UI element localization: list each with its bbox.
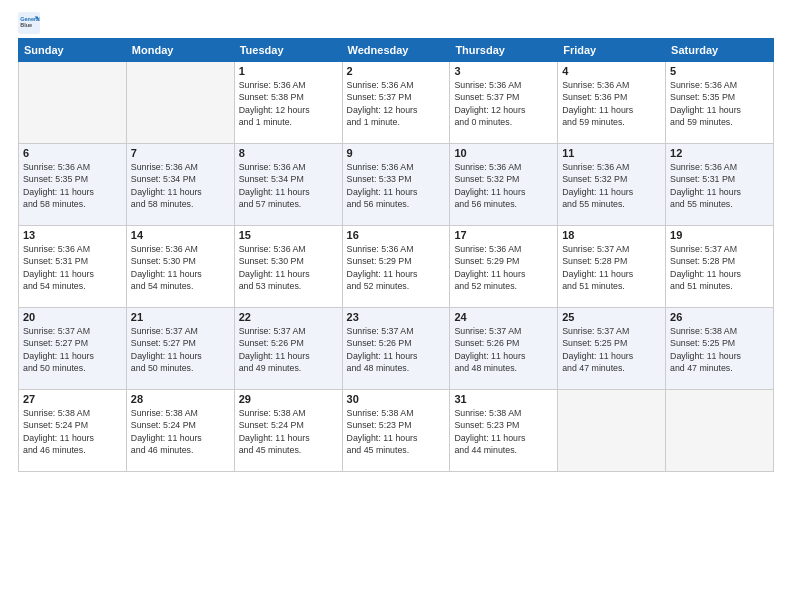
day-number: 8 bbox=[239, 147, 338, 159]
day-number: 28 bbox=[131, 393, 230, 405]
calendar-cell: 27Sunrise: 5:38 AM Sunset: 5:24 PM Dayli… bbox=[19, 390, 127, 472]
calendar-cell: 8Sunrise: 5:36 AM Sunset: 5:34 PM Daylig… bbox=[234, 144, 342, 226]
calendar-cell: 29Sunrise: 5:38 AM Sunset: 5:24 PM Dayli… bbox=[234, 390, 342, 472]
day-number: 11 bbox=[562, 147, 661, 159]
day-info: Sunrise: 5:37 AM Sunset: 5:28 PM Dayligh… bbox=[562, 243, 661, 292]
weekday-header-tuesday: Tuesday bbox=[234, 39, 342, 62]
weekday-header-thursday: Thursday bbox=[450, 39, 558, 62]
calendar-week-4: 20Sunrise: 5:37 AM Sunset: 5:27 PM Dayli… bbox=[19, 308, 774, 390]
day-number: 12 bbox=[670, 147, 769, 159]
day-number: 21 bbox=[131, 311, 230, 323]
day-number: 26 bbox=[670, 311, 769, 323]
calendar-cell: 2Sunrise: 5:36 AM Sunset: 5:37 PM Daylig… bbox=[342, 62, 450, 144]
calendar-cell bbox=[666, 390, 774, 472]
day-number: 24 bbox=[454, 311, 553, 323]
calendar-cell: 4Sunrise: 5:36 AM Sunset: 5:36 PM Daylig… bbox=[558, 62, 666, 144]
day-number: 29 bbox=[239, 393, 338, 405]
calendar-cell: 3Sunrise: 5:36 AM Sunset: 5:37 PM Daylig… bbox=[450, 62, 558, 144]
calendar-cell bbox=[19, 62, 127, 144]
page: General Blue SundayMondayTuesdayWednesda… bbox=[0, 0, 792, 482]
calendar-cell: 11Sunrise: 5:36 AM Sunset: 5:32 PM Dayli… bbox=[558, 144, 666, 226]
weekday-header-friday: Friday bbox=[558, 39, 666, 62]
day-number: 19 bbox=[670, 229, 769, 241]
day-info: Sunrise: 5:37 AM Sunset: 5:26 PM Dayligh… bbox=[454, 325, 553, 374]
calendar-cell: 28Sunrise: 5:38 AM Sunset: 5:24 PM Dayli… bbox=[126, 390, 234, 472]
calendar-cell: 7Sunrise: 5:36 AM Sunset: 5:34 PM Daylig… bbox=[126, 144, 234, 226]
day-number: 15 bbox=[239, 229, 338, 241]
day-info: Sunrise: 5:36 AM Sunset: 5:31 PM Dayligh… bbox=[23, 243, 122, 292]
day-info: Sunrise: 5:37 AM Sunset: 5:27 PM Dayligh… bbox=[23, 325, 122, 374]
calendar-cell: 21Sunrise: 5:37 AM Sunset: 5:27 PM Dayli… bbox=[126, 308, 234, 390]
day-number: 20 bbox=[23, 311, 122, 323]
calendar-cell: 25Sunrise: 5:37 AM Sunset: 5:25 PM Dayli… bbox=[558, 308, 666, 390]
day-number: 6 bbox=[23, 147, 122, 159]
day-info: Sunrise: 5:36 AM Sunset: 5:34 PM Dayligh… bbox=[239, 161, 338, 210]
weekday-header-sunday: Sunday bbox=[19, 39, 127, 62]
day-number: 14 bbox=[131, 229, 230, 241]
day-number: 10 bbox=[454, 147, 553, 159]
day-info: Sunrise: 5:37 AM Sunset: 5:27 PM Dayligh… bbox=[131, 325, 230, 374]
calendar-cell: 26Sunrise: 5:38 AM Sunset: 5:25 PM Dayli… bbox=[666, 308, 774, 390]
day-number: 1 bbox=[239, 65, 338, 77]
weekday-header-saturday: Saturday bbox=[666, 39, 774, 62]
calendar-table: SundayMondayTuesdayWednesdayThursdayFrid… bbox=[18, 38, 774, 472]
day-number: 30 bbox=[347, 393, 446, 405]
day-info: Sunrise: 5:36 AM Sunset: 5:30 PM Dayligh… bbox=[239, 243, 338, 292]
calendar-cell: 15Sunrise: 5:36 AM Sunset: 5:30 PM Dayli… bbox=[234, 226, 342, 308]
weekday-header-row: SundayMondayTuesdayWednesdayThursdayFrid… bbox=[19, 39, 774, 62]
day-info: Sunrise: 5:36 AM Sunset: 5:31 PM Dayligh… bbox=[670, 161, 769, 210]
calendar-cell: 9Sunrise: 5:36 AM Sunset: 5:33 PM Daylig… bbox=[342, 144, 450, 226]
day-number: 13 bbox=[23, 229, 122, 241]
calendar-cell bbox=[126, 62, 234, 144]
day-info: Sunrise: 5:36 AM Sunset: 5:29 PM Dayligh… bbox=[454, 243, 553, 292]
day-info: Sunrise: 5:36 AM Sunset: 5:36 PM Dayligh… bbox=[562, 79, 661, 128]
day-info: Sunrise: 5:36 AM Sunset: 5:37 PM Dayligh… bbox=[347, 79, 446, 128]
logo: General Blue bbox=[18, 12, 44, 34]
day-info: Sunrise: 5:37 AM Sunset: 5:26 PM Dayligh… bbox=[347, 325, 446, 374]
calendar-cell: 1Sunrise: 5:36 AM Sunset: 5:38 PM Daylig… bbox=[234, 62, 342, 144]
calendar-cell: 13Sunrise: 5:36 AM Sunset: 5:31 PM Dayli… bbox=[19, 226, 127, 308]
logo-icon: General Blue bbox=[18, 12, 40, 34]
day-info: Sunrise: 5:37 AM Sunset: 5:28 PM Dayligh… bbox=[670, 243, 769, 292]
calendar-cell: 31Sunrise: 5:38 AM Sunset: 5:23 PM Dayli… bbox=[450, 390, 558, 472]
calendar-cell: 10Sunrise: 5:36 AM Sunset: 5:32 PM Dayli… bbox=[450, 144, 558, 226]
day-number: 23 bbox=[347, 311, 446, 323]
day-number: 22 bbox=[239, 311, 338, 323]
day-info: Sunrise: 5:38 AM Sunset: 5:25 PM Dayligh… bbox=[670, 325, 769, 374]
calendar-cell: 19Sunrise: 5:37 AM Sunset: 5:28 PM Dayli… bbox=[666, 226, 774, 308]
day-number: 27 bbox=[23, 393, 122, 405]
day-info: Sunrise: 5:36 AM Sunset: 5:35 PM Dayligh… bbox=[23, 161, 122, 210]
calendar-cell: 18Sunrise: 5:37 AM Sunset: 5:28 PM Dayli… bbox=[558, 226, 666, 308]
weekday-header-wednesday: Wednesday bbox=[342, 39, 450, 62]
day-info: Sunrise: 5:36 AM Sunset: 5:32 PM Dayligh… bbox=[454, 161, 553, 210]
day-info: Sunrise: 5:37 AM Sunset: 5:26 PM Dayligh… bbox=[239, 325, 338, 374]
day-info: Sunrise: 5:36 AM Sunset: 5:30 PM Dayligh… bbox=[131, 243, 230, 292]
weekday-header-monday: Monday bbox=[126, 39, 234, 62]
day-number: 4 bbox=[562, 65, 661, 77]
day-number: 9 bbox=[347, 147, 446, 159]
day-info: Sunrise: 5:36 AM Sunset: 5:29 PM Dayligh… bbox=[347, 243, 446, 292]
calendar-cell: 14Sunrise: 5:36 AM Sunset: 5:30 PM Dayli… bbox=[126, 226, 234, 308]
calendar-cell: 22Sunrise: 5:37 AM Sunset: 5:26 PM Dayli… bbox=[234, 308, 342, 390]
calendar-cell: 17Sunrise: 5:36 AM Sunset: 5:29 PM Dayli… bbox=[450, 226, 558, 308]
day-number: 17 bbox=[454, 229, 553, 241]
calendar-cell bbox=[558, 390, 666, 472]
calendar-cell: 12Sunrise: 5:36 AM Sunset: 5:31 PM Dayli… bbox=[666, 144, 774, 226]
day-number: 2 bbox=[347, 65, 446, 77]
calendar-cell: 16Sunrise: 5:36 AM Sunset: 5:29 PM Dayli… bbox=[342, 226, 450, 308]
day-number: 25 bbox=[562, 311, 661, 323]
day-number: 31 bbox=[454, 393, 553, 405]
day-info: Sunrise: 5:36 AM Sunset: 5:32 PM Dayligh… bbox=[562, 161, 661, 210]
day-info: Sunrise: 5:36 AM Sunset: 5:38 PM Dayligh… bbox=[239, 79, 338, 128]
header: General Blue bbox=[18, 12, 774, 34]
day-number: 18 bbox=[562, 229, 661, 241]
day-info: Sunrise: 5:38 AM Sunset: 5:23 PM Dayligh… bbox=[454, 407, 553, 456]
day-number: 16 bbox=[347, 229, 446, 241]
calendar-cell: 30Sunrise: 5:38 AM Sunset: 5:23 PM Dayli… bbox=[342, 390, 450, 472]
calendar-week-2: 6Sunrise: 5:36 AM Sunset: 5:35 PM Daylig… bbox=[19, 144, 774, 226]
day-info: Sunrise: 5:37 AM Sunset: 5:25 PM Dayligh… bbox=[562, 325, 661, 374]
calendar-week-1: 1Sunrise: 5:36 AM Sunset: 5:38 PM Daylig… bbox=[19, 62, 774, 144]
calendar-cell: 20Sunrise: 5:37 AM Sunset: 5:27 PM Dayli… bbox=[19, 308, 127, 390]
day-info: Sunrise: 5:36 AM Sunset: 5:33 PM Dayligh… bbox=[347, 161, 446, 210]
day-info: Sunrise: 5:38 AM Sunset: 5:24 PM Dayligh… bbox=[239, 407, 338, 456]
